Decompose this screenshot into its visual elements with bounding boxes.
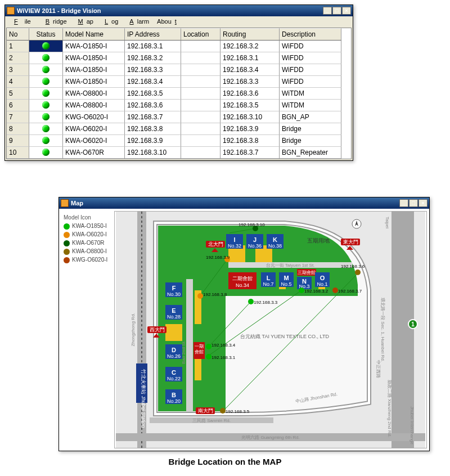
close-button[interactable]: × bbox=[418, 199, 428, 207]
menu-about[interactable]: About bbox=[154, 17, 183, 25]
table-row[interactable]: 6KWA-O8800-I192.168.3.6192.168.3.5WiTDM bbox=[7, 100, 351, 111]
cell-ip: 192.168.3.4 bbox=[125, 76, 181, 88]
svg-text:會館: 會館 bbox=[195, 349, 204, 354]
building-C: CNo.22 bbox=[165, 367, 182, 381]
minimize-button[interactable]: _ bbox=[323, 7, 332, 15]
menu-log[interactable]: Log bbox=[98, 17, 122, 25]
cell-desc: Bridge bbox=[280, 135, 341, 147]
col-no[interactable]: No bbox=[7, 28, 29, 41]
cell-ip: 192.168.3.2 bbox=[125, 52, 181, 64]
building-D: DNo.26 bbox=[165, 344, 182, 359]
cell-desc: BGN_Repeater bbox=[280, 147, 341, 159]
svg-text:J: J bbox=[253, 236, 256, 243]
svg-text:I: I bbox=[233, 236, 235, 243]
maximize-button[interactable]: □ bbox=[332, 7, 341, 15]
building-L: LNo.7 bbox=[261, 272, 276, 287]
hall-1: 一期會館 bbox=[194, 342, 205, 359]
svg-text:K: K bbox=[273, 236, 277, 243]
svg-text:192.168.3.10: 192.168.3.10 bbox=[238, 222, 265, 227]
menu-alarm[interactable]: Alarm bbox=[123, 17, 152, 25]
cell-loc bbox=[181, 111, 220, 123]
cell-no: 6 bbox=[7, 100, 29, 111]
col-status[interactable]: Status bbox=[29, 28, 63, 41]
cell-routing: 192.168.3.7 bbox=[220, 147, 280, 159]
maximize-button[interactable]: □ bbox=[409, 199, 418, 207]
menu-file[interactable]: File bbox=[7, 17, 38, 25]
cell-loc bbox=[181, 41, 220, 52]
cell-loc bbox=[181, 76, 220, 88]
col-model[interactable]: Model Name bbox=[63, 28, 125, 41]
minimize-button[interactable]: _ bbox=[399, 199, 408, 207]
company-label: 台元紡織 TAI YUEN TEXTILE CO., LTD bbox=[240, 334, 329, 339]
cell-ip: 192.168.3.3 bbox=[125, 64, 181, 76]
status-dot-icon bbox=[42, 66, 50, 73]
svg-point-84 bbox=[248, 299, 254, 304]
table-row[interactable]: 9KWA-O6020-I192.168.3.9192.168.3.8Bridge bbox=[7, 135, 351, 147]
table-row[interactable]: 2KWA-O1850-I192.168.3.2192.168.3.1WiFDD bbox=[7, 52, 351, 64]
map-titlebar[interactable]: Map _ □ × bbox=[59, 197, 429, 209]
legend-dot-icon bbox=[64, 240, 70, 246]
svg-text:192.168.3.3: 192.168.3.3 bbox=[254, 300, 278, 305]
cell-status bbox=[29, 52, 63, 64]
table-row[interactable]: 3KWA-O1850-I192.168.3.3192.168.3.4WiFDD bbox=[7, 64, 351, 76]
svg-text:192.168.3.6: 192.168.3.6 bbox=[341, 264, 365, 269]
cell-no: 1 bbox=[7, 41, 29, 52]
legend-dot-icon bbox=[64, 223, 70, 230]
status-dot-icon bbox=[42, 78, 50, 85]
cell-model: KWA-O1850-I bbox=[63, 52, 125, 64]
building-B: BNo.20 bbox=[165, 389, 182, 404]
main-titlebar[interactable]: WiVIEW 2011 - Bridge Vision _ □ × bbox=[5, 5, 353, 16]
cell-desc: WiFDD bbox=[280, 52, 341, 64]
legend-item: KWG-O6020-I bbox=[64, 257, 110, 263]
cell-routing: 192.168.3.8 bbox=[220, 135, 280, 147]
cell-no: 8 bbox=[7, 123, 29, 135]
col-loc[interactable]: Location bbox=[181, 28, 220, 41]
legend-label: KWA-O670R bbox=[72, 240, 104, 246]
table-row[interactable]: 4KWA-O1850-I192.168.3.4192.168.3.3WiFDD bbox=[7, 76, 351, 88]
road-taipei: Taipei bbox=[385, 217, 390, 228]
menubar: File Bridge Map Log Alarm About bbox=[5, 16, 353, 26]
cell-status bbox=[29, 41, 63, 52]
table-row[interactable]: 1KWA-O1850-I192.168.3.1192.168.3.2WiFDD bbox=[7, 41, 351, 52]
cell-model: KWG-O6020-I bbox=[63, 111, 125, 123]
cell-desc: WiFDD bbox=[280, 41, 341, 52]
table-row[interactable]: 7KWG-O6020-I192.168.3.7192.168.3.10BGN_A… bbox=[7, 111, 351, 123]
cell-loc bbox=[181, 147, 220, 159]
cell-status bbox=[29, 111, 63, 123]
col-desc[interactable]: Description bbox=[280, 28, 341, 41]
svg-text:南大門: 南大門 bbox=[198, 408, 213, 414]
compass-icon bbox=[352, 219, 361, 228]
cell-desc: WiTDM bbox=[280, 100, 341, 111]
legend-label: KWA-O8800-I bbox=[72, 248, 107, 254]
status-dot-icon bbox=[42, 101, 50, 109]
svg-text:No.32: No.32 bbox=[228, 243, 241, 249]
building-N: NNo.3 bbox=[297, 277, 312, 289]
table-row[interactable]: 8KWA-O6020-I192.168.3.8192.168.3.9Bridge bbox=[7, 123, 351, 135]
cell-model: KWA-O1850-I bbox=[63, 76, 125, 88]
svg-point-86 bbox=[206, 344, 212, 349]
status-dot-icon bbox=[42, 89, 50, 97]
col-ip[interactable]: IP Address bbox=[125, 28, 181, 41]
legend-item: KWA-O670R bbox=[64, 240, 110, 246]
svg-text:192.168.3.2: 192.168.3.2 bbox=[304, 289, 328, 294]
svg-text:No.28: No.28 bbox=[167, 314, 181, 320]
window-title: WiVIEW 2011 - Bridge Vision bbox=[17, 7, 101, 14]
cell-desc: WiFDD bbox=[280, 64, 341, 76]
status-dot-icon bbox=[42, 137, 50, 144]
cell-ip: 192.168.3.7 bbox=[125, 111, 181, 123]
svg-text:M: M bbox=[284, 275, 289, 281]
cell-desc: WiFDD bbox=[280, 76, 341, 88]
bridge-table: No Status Model Name IP Address Location… bbox=[6, 28, 352, 159]
svg-text:No.5: No.5 bbox=[281, 281, 291, 287]
cell-status bbox=[29, 123, 63, 135]
table-row[interactable]: 10KWA-O670R192.168.3.10192.168.3.7BGN_Re… bbox=[7, 147, 351, 159]
building-J: JNo.36 bbox=[246, 234, 263, 249]
close-button[interactable]: × bbox=[342, 7, 351, 15]
map-canvas[interactable]: 1 Taipei Zhongzhong Rd. 光明六路 Guangming 6… bbox=[114, 211, 427, 448]
menu-map[interactable]: Map bbox=[71, 17, 97, 25]
col-routing[interactable]: Routing bbox=[220, 28, 280, 41]
table-row[interactable]: 5KWA-O8800-I192.168.3.5192.168.3.6WiTDM bbox=[7, 88, 351, 100]
area5-label: 五期用地 bbox=[307, 237, 330, 244]
svg-rect-26 bbox=[165, 324, 182, 341]
menu-bridge[interactable]: Bridge bbox=[39, 17, 70, 25]
